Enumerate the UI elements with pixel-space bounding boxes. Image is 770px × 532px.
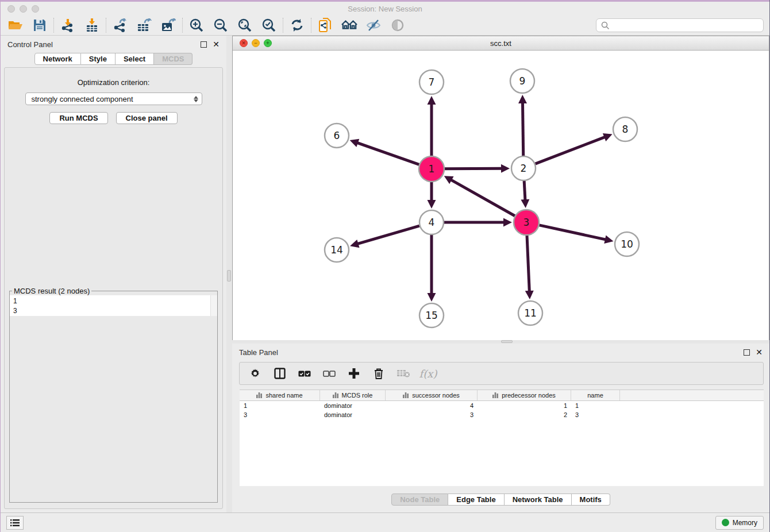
search-field[interactable] (596, 18, 764, 32)
edge-arrowhead-icon (521, 199, 529, 208)
cell-predecessor-nodes[interactable]: 1 (478, 402, 571, 409)
graph-edge-3-1[interactable] (450, 179, 515, 216)
result-scrollbar[interactable] (210, 295, 217, 316)
zoom-out-button[interactable] (213, 18, 229, 33)
edge-arrowhead-icon (525, 291, 534, 299)
search-input[interactable] (613, 21, 759, 29)
edge-arrowhead-icon (350, 139, 360, 147)
zoom-selected-button[interactable] (261, 18, 277, 33)
column-header-name[interactable]: name (571, 390, 620, 400)
export-table-button[interactable] (136, 18, 152, 33)
apply-layout-button[interactable] (289, 18, 305, 33)
export-image-button[interactable] (160, 18, 176, 33)
cell-shared-name[interactable]: 1 (240, 402, 320, 409)
add-row-button[interactable] (346, 366, 361, 381)
save-session-button[interactable] (32, 18, 48, 33)
show-all-button[interactable] (390, 18, 406, 33)
float-panel-icon[interactable] (201, 41, 207, 48)
tab-select[interactable]: Select (116, 53, 154, 65)
close-panel-icon[interactable]: ✕ (756, 348, 763, 356)
table-toolbar: f(x) (239, 362, 764, 385)
tab-mcds[interactable]: MCDS (154, 53, 192, 65)
memory-status-icon (722, 519, 729, 526)
cell-name[interactable]: 3 (571, 411, 620, 418)
graph-edge-2-9[interactable] (522, 102, 523, 156)
cell-MCDS-role[interactable]: dominator (320, 411, 386, 418)
column-sort-icon (333, 392, 338, 398)
tab-edge-table[interactable]: Edge Table (448, 494, 504, 506)
tab-motifs[interactable]: Motifs (572, 494, 610, 506)
edge-arrowhead-icon (428, 96, 436, 105)
table-row[interactable]: 3dominator323 (240, 410, 764, 419)
import-network-button[interactable] (60, 18, 76, 33)
cell-name[interactable]: 1 (571, 402, 620, 409)
optimization-criterion-label: Optimization criterion: (5, 78, 222, 87)
table-panel-title: Table Panel (239, 348, 278, 357)
node-label-11: 11 (524, 307, 537, 319)
export-network-button[interactable] (112, 18, 128, 33)
delete-table-button[interactable] (396, 366, 411, 381)
zoom-in-button[interactable] (188, 18, 205, 33)
column-sort-icon (403, 392, 409, 398)
tab-node-table[interactable]: Node Table (391, 494, 448, 506)
optimization-criterion-select[interactable]: strongly connected component (25, 92, 202, 105)
open-session-button[interactable] (7, 18, 24, 33)
column-header-shared-name[interactable]: shared name (240, 390, 320, 400)
network-overview-button[interactable] (317, 18, 333, 33)
task-history-button[interactable] (6, 516, 24, 530)
hide-selected-button[interactable] (365, 18, 382, 33)
memory-button[interactable]: Memory (715, 516, 764, 530)
horizontal-splitter[interactable] (232, 340, 769, 344)
close-panel-icon[interactable]: ✕ (213, 40, 220, 48)
dropdown-stepper-icon (194, 96, 199, 102)
graph-edge-2-3[interactable] (524, 181, 525, 201)
splitter-handle[interactable] (227, 270, 231, 282)
control-tabs: NetworkStyleSelectMCDS (1, 53, 226, 65)
tab-network-table[interactable]: Network Table (505, 494, 572, 506)
function-builder-button[interactable]: f(x) (421, 366, 436, 381)
graph-edge-1-2[interactable] (445, 168, 503, 169)
splitter-handle[interactable] (501, 340, 513, 343)
control-panel-title: Control Panel (7, 40, 53, 49)
memory-label: Memory (733, 519, 757, 527)
cell-MCDS-role[interactable]: dominator (320, 402, 386, 409)
list-icon (10, 519, 20, 527)
column-header-successor-nodes[interactable]: successor nodes (386, 390, 478, 400)
plus-icon (348, 368, 360, 379)
split-columns-button[interactable] (272, 366, 287, 381)
mcds-result-text: 1 3 (10, 295, 210, 316)
graph-edge-2-8[interactable] (536, 137, 606, 164)
cell-predecessor-nodes[interactable]: 2 (478, 411, 571, 418)
import-table-button[interactable] (84, 18, 100, 33)
float-panel-icon[interactable] (744, 349, 750, 356)
run-mcds-button[interactable]: Run MCDS (49, 112, 107, 124)
tab-network[interactable]: Network (34, 53, 81, 65)
vertical-splitter[interactable] (226, 36, 232, 512)
select-all-button[interactable] (297, 366, 312, 381)
graph-edge-1-6[interactable] (356, 142, 419, 164)
first-neighbors-button[interactable] (341, 18, 357, 33)
table-settings-button[interactable] (248, 366, 263, 381)
column-header-MCDS-role[interactable]: MCDS role (320, 390, 386, 400)
app-window: Session: New Session (1, 0, 769, 532)
delete-row-button[interactable] (371, 366, 386, 381)
tab-style[interactable]: Style (81, 53, 116, 65)
cell-successor-nodes[interactable]: 3 (386, 411, 478, 418)
cell-successor-nodes[interactable]: 4 (386, 402, 478, 409)
cell-shared-name[interactable]: 3 (240, 411, 320, 418)
deselect-all-button[interactable] (322, 366, 337, 381)
main-toolbar (1, 16, 769, 36)
graph-edge-4-14[interactable] (357, 226, 419, 244)
column-header-predecessor-nodes[interactable]: predecessor nodes (478, 390, 571, 400)
unchecked-boxes-icon (323, 371, 336, 377)
table-row[interactable]: 1dominator411 (240, 401, 764, 410)
graph-edge-3-10[interactable] (539, 225, 606, 240)
graph-edge-3-11[interactable] (527, 236, 529, 292)
table-panel: Table Panel ✕ (232, 344, 769, 512)
close-panel-button[interactable]: Close panel (116, 112, 178, 124)
network-canvas[interactable]: 7968124314101511 (233, 51, 769, 340)
network-window-titlebar[interactable]: ✕ − + scc.txt (233, 36, 769, 51)
edge-arrowhead-icon (503, 218, 512, 227)
columns-icon (274, 368, 286, 379)
zoom-fit-button[interactable] (237, 18, 253, 33)
